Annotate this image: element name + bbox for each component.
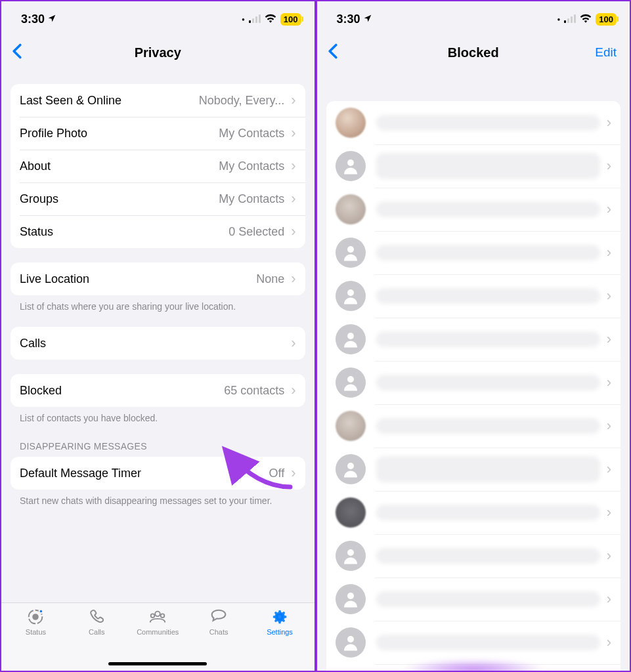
wifi-icon [265, 14, 276, 26]
tab-settings[interactable]: Settings [253, 607, 306, 671]
back-button[interactable] [8, 43, 47, 62]
chevron-right-icon: › [291, 159, 295, 173]
blocked-contact-row[interactable]: › [326, 318, 621, 361]
row-blocked[interactable]: Blocked 65 contacts › [11, 374, 305, 407]
chevron-right-icon: › [607, 462, 611, 476]
tab-label: Communities [137, 628, 179, 636]
calls-group: Calls › [11, 327, 305, 360]
privacy-group-1: Last Seen & Online Nobody, Every... › Pr… [11, 84, 305, 248]
blocked-contact-row[interactable]: › [326, 101, 621, 144]
disappearing-header: DISAPPEARING MESSAGES [11, 424, 305, 452]
row-label: Status [20, 225, 53, 239]
row-value: None [89, 272, 291, 286]
tab-label: Settings [267, 628, 293, 636]
blocked-contact-row[interactable]: › [326, 491, 621, 534]
status-time: 3:30 [21, 12, 45, 26]
svg-point-4 [151, 614, 155, 618]
chevron-right-icon: › [291, 192, 295, 206]
redacted-contact-name [376, 456, 600, 482]
avatar [336, 151, 366, 181]
blocked-screen: 3:30 ● 100 Blocked Edit [317, 1, 630, 671]
back-button[interactable] [324, 43, 363, 62]
tab-label: Chats [209, 628, 228, 636]
chevron-right-icon: › [607, 116, 611, 130]
svg-point-5 [161, 614, 165, 618]
cellular-signal-icon [564, 15, 576, 23]
status-bar: 3:30 ● 100 [317, 1, 630, 32]
row-value: My Contacts [51, 159, 291, 173]
svg-point-8 [347, 289, 354, 296]
row-value: 65 contacts [62, 384, 291, 398]
blocked-contact-row[interactable]: › [326, 404, 621, 448]
avatar [336, 627, 366, 658]
tab-chats[interactable]: Chats [192, 607, 245, 671]
row-groups[interactable]: Groups My Contacts › [11, 182, 305, 215]
row-default-timer[interactable]: Default Message Timer Off › [11, 457, 305, 490]
row-calls[interactable]: Calls › [11, 327, 305, 360]
page-title: Privacy [47, 45, 269, 60]
blocked-list[interactable]: › › › › [317, 74, 630, 671]
nav-header: Privacy [1, 34, 315, 71]
row-label: Calls [20, 337, 46, 350]
edit-button[interactable]: Edit [584, 45, 623, 60]
svg-point-3 [155, 612, 160, 617]
tab-bar: Status Calls Communities Chats Settings [1, 602, 315, 671]
blocked-contact-row[interactable]: › [326, 361, 621, 404]
blocked-contacts-group: › › › › [326, 101, 621, 671]
row-profile-photo[interactable]: Profile Photo My Contacts › [11, 117, 305, 150]
row-status[interactable]: Status 0 Selected › [11, 215, 305, 248]
settings-content[interactable]: Last Seen & Online Nobody, Every... › Pr… [1, 74, 315, 671]
page-title: Blocked [363, 45, 584, 60]
blocked-contact-row[interactable]: › [326, 534, 621, 578]
row-label: Last Seen & Online [20, 94, 121, 108]
row-last-seen[interactable]: Last Seen & Online Nobody, Every... › [11, 84, 305, 117]
row-value: 0 Selected [53, 225, 291, 239]
chevron-right-icon: › [291, 93, 295, 108]
row-label: Profile Photo [20, 127, 87, 140]
wifi-icon [580, 14, 592, 26]
row-about[interactable]: About My Contacts › [11, 150, 305, 182]
avatar [336, 497, 366, 528]
home-indicator[interactable] [108, 662, 207, 665]
blocked-contact-row[interactable]: › [326, 621, 621, 664]
blocked-contact-row[interactable]: › [326, 274, 621, 318]
chevron-right-icon: › [607, 289, 611, 303]
chevron-right-icon: › [291, 272, 295, 286]
tab-status[interactable]: Status [9, 607, 62, 671]
tab-calls[interactable]: Calls [70, 607, 123, 671]
redacted-contact-name [376, 288, 600, 304]
avatar [336, 368, 366, 398]
chevron-right-icon: › [607, 159, 611, 173]
disappearing-footer: Start new chats with disappearing messag… [11, 490, 305, 507]
cellular-signal-icon [249, 15, 261, 23]
tab-communities[interactable]: Communities [131, 607, 184, 671]
redacted-contact-name [376, 635, 600, 650]
redacted-contact-name [376, 505, 600, 520]
avatar [336, 454, 366, 484]
row-label: Groups [20, 192, 58, 206]
location-icon [47, 14, 56, 25]
row-label: Default Message Timer [20, 467, 141, 480]
svg-point-10 [347, 376, 354, 383]
blocked-contact-row[interactable]: › [326, 188, 621, 231]
row-live-location[interactable]: Live Location None › [11, 262, 305, 295]
chevron-right-icon: › [607, 375, 611, 390]
nav-header: Blocked Edit [317, 34, 630, 71]
chevron-right-icon: › [607, 202, 611, 217]
chevron-right-icon: › [607, 419, 611, 433]
blocked-contact-row[interactable]: › [326, 144, 621, 188]
row-value: Nobody, Every... [121, 94, 291, 108]
avatar [336, 324, 366, 354]
chevron-right-icon: › [291, 224, 295, 239]
chevron-right-icon: › [607, 549, 611, 563]
blocked-contact-row[interactable]: › [326, 448, 621, 491]
chevron-right-icon: › [291, 336, 295, 350]
svg-point-9 [347, 333, 354, 339]
svg-point-14 [347, 636, 354, 642]
svg-point-13 [347, 593, 354, 599]
privacy-screen: 3:30 ● 100 Privacy [1, 1, 315, 671]
avatar [336, 584, 366, 614]
live-location-footer: List of chats where you are sharing your… [11, 295, 305, 312]
blocked-contact-row[interactable]: › [326, 578, 621, 621]
blocked-contact-row[interactable]: › [326, 231, 621, 274]
